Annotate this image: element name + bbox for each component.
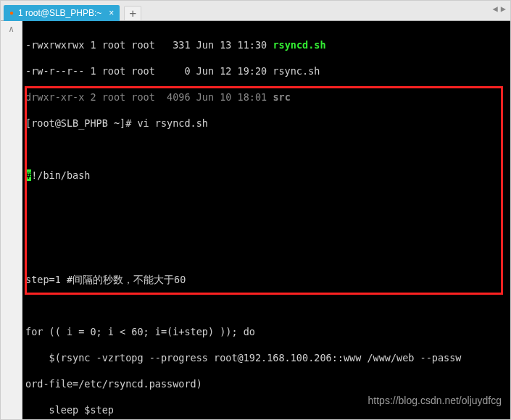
watermark-text: https://blog.csdn.net/oljuydfcg: [368, 395, 502, 406]
activity-indicator-icon: ●: [9, 9, 14, 17]
editor-cursor: #: [25, 169, 31, 181]
ls-file-exec: rsyncd.sh: [273, 39, 325, 51]
script-rsync: $(rsync -vzrtopg --progress root@192.168…: [25, 352, 461, 364]
script-sleep: sleep $step: [25, 404, 114, 416]
script-rsync-cont: ord-file=/etc/rsyncd.password): [25, 378, 202, 390]
ls-dir: src: [273, 91, 290, 103]
ls-line: -rw-r--r-- 1 root root 0 Jun 12 19:20 rs…: [25, 65, 320, 77]
shell-prompt: [root@SLB_PHPB ~]#: [25, 117, 137, 129]
nav-right-icon[interactable]: ▶: [501, 4, 506, 14]
tab-nav: ◀ ▶: [493, 4, 506, 14]
script-for: for (( i = 0; i < 60; i=(i+step) )); do: [25, 326, 255, 337]
tab-title: 1 root@SLB_PHPB:~: [18, 8, 101, 18]
script-step: step=1 #间隔的秒数，不能大于60: [25, 274, 186, 285]
add-tab-button[interactable]: +: [124, 6, 141, 20]
terminal-output[interactable]: -rwxrwxrwx 1 root root 331 Jun 13 11:30 …: [22, 21, 510, 419]
close-icon[interactable]: ×: [109, 9, 114, 17]
nav-left-icon[interactable]: ◀: [493, 4, 498, 14]
ls-line-truncated: drwxr-xr-x 2 root root 4096 Jun 10 18:01: [25, 91, 273, 103]
terminal-tab-active[interactable]: ● 1 root@SLB_PHPB:~ ×: [4, 5, 120, 21]
sidebar-gutter: ∧: [1, 21, 22, 420]
script-shebang: !/bin/bash: [31, 169, 90, 181]
collapse-icon[interactable]: ∧: [9, 24, 14, 34]
shell-command: vi rsyncd.sh: [137, 117, 208, 129]
tab-bar: ● 1 root@SLB_PHPB:~ × + ◀ ▶: [1, 1, 510, 21]
ls-line: -rwxrwxrwx 1 root root 331 Jun 13 11:30: [25, 39, 273, 51]
